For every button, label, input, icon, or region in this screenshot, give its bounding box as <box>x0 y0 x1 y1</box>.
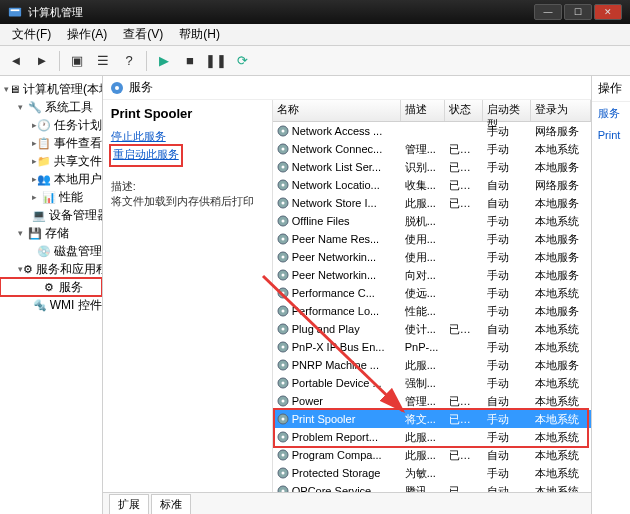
refresh-button[interactable]: ? <box>117 49 141 73</box>
service-row[interactable]: Network Connec...管理...已启动手动本地系统 <box>273 140 591 158</box>
restart-service-link[interactable]: 重启动此服务 <box>113 147 179 162</box>
tree-event-viewer[interactable]: ▸📋事件查看器 <box>0 134 102 152</box>
col-startup[interactable]: 启动类型 <box>483 100 531 121</box>
service-name: Performance Lo... <box>292 305 379 317</box>
svg-point-33 <box>281 382 284 385</box>
service-row[interactable]: Network List Ser...识别...已启动手动本地服务 <box>273 158 591 176</box>
service-name: Plug and Play <box>292 323 360 335</box>
menu-action[interactable]: 操作(A) <box>59 26 115 43</box>
menu-view[interactable]: 查看(V) <box>115 26 171 43</box>
service-row[interactable]: Print Spooler将文...已启动手动本地系统 <box>273 410 591 428</box>
service-desc: 此服... <box>401 358 445 373</box>
service-row[interactable]: Performance Lo...性能...手动本地服务 <box>273 302 591 320</box>
service-row[interactable]: PNRP Machine ...此服...手动本地服务 <box>273 356 591 374</box>
service-row[interactable]: Peer Networkin...向对...手动本地服务 <box>273 266 591 284</box>
gear-icon <box>277 269 289 281</box>
service-startup: 手动 <box>483 268 531 283</box>
back-button[interactable]: ◄ <box>4 49 28 73</box>
col-status[interactable]: 状态 <box>445 100 483 121</box>
center-header: 服务 <box>103 76 591 100</box>
service-row[interactable]: Performance C...使远...手动本地系统 <box>273 284 591 302</box>
service-row[interactable]: Network Locatio...收集...已启动自动网络服务 <box>273 176 591 194</box>
tree-performance[interactable]: ▸📊性能 <box>0 188 102 206</box>
service-row[interactable]: Peer Name Res...使用...手动本地服务 <box>273 230 591 248</box>
stop-button[interactable]: ■ <box>178 49 202 73</box>
tree-storage[interactable]: ▾💾存储 <box>0 224 102 242</box>
menu-help[interactable]: 帮助(H) <box>171 26 228 43</box>
pause-button[interactable]: ❚❚ <box>204 49 228 73</box>
stop-icon: ■ <box>186 53 194 68</box>
service-row[interactable]: Network Store I...此服...已启动自动本地服务 <box>273 194 591 212</box>
forward-button[interactable]: ► <box>30 49 54 73</box>
toolbar: ◄ ► ▣ ☰ ? ▶ ■ ❚❚ ⟳ <box>0 46 630 76</box>
gear-icon <box>277 485 289 492</box>
service-row[interactable]: Protected Storage为敏...手动本地系统 <box>273 464 591 482</box>
service-logon: 本地服务 <box>531 250 591 265</box>
service-row[interactable]: Problem Report...此服...手动本地系统 <box>273 428 591 446</box>
svg-point-23 <box>281 292 284 295</box>
tree-services[interactable]: ⚙服务 <box>0 278 102 296</box>
tree-local-users[interactable]: ▸👥本地用户和组 <box>0 170 102 188</box>
svg-point-31 <box>281 364 284 367</box>
minimize-button[interactable]: — <box>534 4 562 20</box>
service-name: Peer Networkin... <box>292 269 376 281</box>
list-header[interactable]: 名称 描述 状态 启动类型 登录为 <box>273 100 591 122</box>
tab-standard[interactable]: 标准 <box>151 494 191 514</box>
service-startup: 手动 <box>483 250 531 265</box>
close-button[interactable]: ✕ <box>594 4 622 20</box>
restart-button[interactable]: ⟳ <box>230 49 254 73</box>
service-logon: 网络服务 <box>531 178 591 193</box>
service-logon: 本地系统 <box>531 430 591 445</box>
stop-service-link[interactable]: 停止此服务 <box>111 129 264 144</box>
service-row[interactable]: QPCore Service腾讯...已启动自动本地系统 <box>273 482 591 492</box>
services-list[interactable]: 名称 描述 状态 启动类型 登录为 Network Access ...手动网络… <box>273 100 591 492</box>
tree-task-scheduler[interactable]: ▸🕐任务计划程序 <box>0 116 102 134</box>
gear-icon <box>277 413 289 425</box>
service-logon: 本地系统 <box>531 322 591 337</box>
device-icon: 💻 <box>32 208 46 222</box>
col-name[interactable]: 名称 <box>273 100 401 121</box>
tree-disk-mgmt[interactable]: 💿磁盘管理 <box>0 242 102 260</box>
gear-icon <box>277 143 289 155</box>
service-logon: 本地系统 <box>531 394 591 409</box>
col-logon[interactable]: 登录为 <box>531 100 591 121</box>
properties-button[interactable]: ☰ <box>91 49 115 73</box>
tree-wmi[interactable]: 🔩WMI 控件 <box>0 296 102 314</box>
tab-extended[interactable]: 扩展 <box>109 494 149 514</box>
nav-tree[interactable]: ▾🖥计算机管理(本地) ▾🔧系统工具 ▸🕐任务计划程序 ▸📋事件查看器 ▸📁共享… <box>0 76 103 514</box>
svg-point-25 <box>281 310 284 313</box>
up-button[interactable]: ▣ <box>65 49 89 73</box>
play-button[interactable]: ▶ <box>152 49 176 73</box>
tree-shared-folders[interactable]: ▸📁共享文件夹 <box>0 152 102 170</box>
menu-file[interactable]: 文件(F) <box>4 26 59 43</box>
service-row[interactable]: Peer Networkin...使用...手动本地服务 <box>273 248 591 266</box>
maximize-button[interactable]: ☐ <box>564 4 592 20</box>
col-desc[interactable]: 描述 <box>401 100 445 121</box>
service-row[interactable]: Program Compa...此服...已启动自动本地系统 <box>273 446 591 464</box>
gear-icon <box>277 251 289 263</box>
service-logon: 本地服务 <box>531 304 591 319</box>
service-name: Peer Networkin... <box>292 251 376 263</box>
tree-root[interactable]: ▾🖥计算机管理(本地) <box>0 80 102 98</box>
tree-services-apps[interactable]: ▾⚙服务和应用程序 <box>0 260 102 278</box>
disk-icon: 💿 <box>37 244 51 258</box>
service-row[interactable]: Plug and Play使计...已启动自动本地系统 <box>273 320 591 338</box>
service-row[interactable]: PnP-X IP Bus En...PnP-...手动本地系统 <box>273 338 591 356</box>
service-logon: 本地系统 <box>531 142 591 157</box>
service-row[interactable]: Portable Device ...强制...手动本地系统 <box>273 374 591 392</box>
service-startup: 手动 <box>483 358 531 373</box>
svg-point-5 <box>281 130 284 133</box>
tree-system-tools[interactable]: ▾🔧系统工具 <box>0 98 102 116</box>
service-desc: 为敏... <box>401 466 445 481</box>
service-row[interactable]: Network Access ...手动网络服务 <box>273 122 591 140</box>
service-name: Network List Ser... <box>292 161 381 173</box>
service-row[interactable]: Power管理...已启动自动本地系统 <box>273 392 591 410</box>
actions-print[interactable]: Print <box>592 125 630 145</box>
perf-icon: 📊 <box>42 190 56 204</box>
service-desc: 管理... <box>401 394 445 409</box>
tree-device-manager[interactable]: 💻设备管理器 <box>0 206 102 224</box>
actions-services[interactable]: 服务 <box>592 102 630 125</box>
service-logon: 本地系统 <box>531 214 591 229</box>
service-row[interactable]: Offline Files脱机...手动本地系统 <box>273 212 591 230</box>
svg-point-13 <box>281 202 284 205</box>
